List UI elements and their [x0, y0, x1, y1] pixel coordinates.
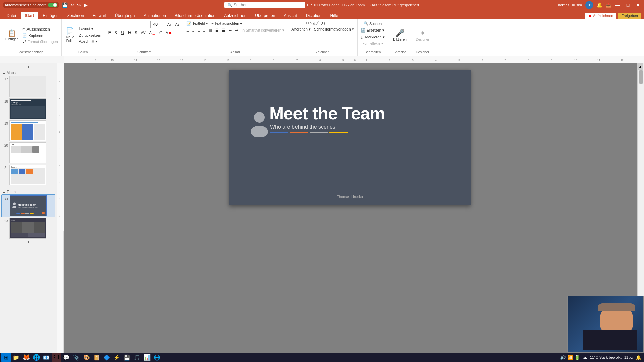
taskbar-paint[interactable]: 🎨 — [82, 353, 91, 362]
suchen-button[interactable]: 🔍 Suchen — [362, 21, 383, 26]
indent-dec-button[interactable]: ⇤ — [227, 27, 233, 33]
paste-button[interactable]: 📋 Einfügen — [3, 28, 20, 42]
shape-line[interactable]: ╱ — [316, 21, 319, 26]
user-avatar[interactable]: TH — [585, 1, 593, 9]
tab-dictation[interactable]: Dictation — [302, 12, 326, 19]
taskbar-files[interactable]: 📁 — [11, 353, 21, 362]
quick-styles-button[interactable]: Schnellformatvorlagen ▾ — [313, 26, 355, 32]
shape-more[interactable]: ⬡ — [319, 21, 323, 26]
shape-bracket[interactable]: {} — [324, 21, 327, 26]
smartart-button[interactable]: In SmartArt konvertieren ▾ — [240, 27, 286, 33]
bullets-button[interactable]: ☰ — [214, 27, 220, 33]
autosave-switch[interactable] — [48, 3, 57, 7]
indent-inc-button[interactable]: ⇥ — [234, 27, 239, 33]
tab-aufzeichnen[interactable]: Aufzeichnen — [220, 12, 250, 19]
textfield-button[interactable]: 📝 Textfeld ▾ — [185, 21, 209, 26]
start-button[interactable]: ⊞ — [1, 353, 11, 362]
tab-zeichnen[interactable]: Zeichnen — [63, 12, 88, 19]
layout-button[interactable]: Layout ▾ — [78, 26, 103, 32]
slide-thumb-22[interactable]: 22 Meet the Team Who are behind the scen… — [1, 194, 55, 217]
slide-subtitle[interactable]: Who are behind the scenes — [270, 124, 335, 130]
increase-font-button[interactable]: A↑ — [166, 22, 173, 27]
taskbar-onenote[interactable]: 📔 — [92, 353, 101, 362]
slide-title[interactable]: Meet the Team — [269, 103, 385, 123]
minimize-button[interactable]: — — [614, 2, 621, 8]
share-icon[interactable]: 📤 — [606, 3, 611, 8]
slide-thumb-18[interactable]: 18 Our Maps The works in sync — [1, 98, 55, 120]
columns-button[interactable]: ▤ — [207, 27, 213, 33]
align-text-button[interactable]: ≡ Text ausrichten ▾ — [210, 21, 244, 26]
font-size-input[interactable] — [152, 21, 165, 28]
tab-animationen[interactable]: Animationen — [140, 12, 170, 19]
ersetzen-button[interactable]: 🔄 Ersetzen ▾ — [360, 27, 385, 33]
new-slide-button[interactable]: 📄 NeueFolie — [64, 26, 77, 44]
text-color-button[interactable]: A__ — [164, 30, 173, 35]
slide-thumb-19[interactable]: 19 — [1, 120, 55, 142]
close-button[interactable]: ✕ — [635, 2, 641, 8]
slide-thumb-21[interactable]: 21 Content — [1, 164, 55, 186]
slide-thumb-23[interactable]: 23 Team — [1, 217, 55, 239]
notification-center[interactable]: 🔔 — [636, 355, 641, 360]
slide-thumb-20[interactable]: 20 Title — [1, 142, 55, 164]
freigeben-button[interactable]: Freigeben — [618, 13, 641, 19]
save-icon[interactable]: 💾 — [62, 2, 68, 8]
taskbar-app2[interactable]: ⚡ — [112, 353, 121, 362]
underline-button[interactable]: U — [120, 29, 125, 36]
taskbar-outlook[interactable]: 📧 — [42, 353, 51, 362]
reset-button[interactable]: Zurücksetzen — [78, 33, 103, 38]
justify-button[interactable]: ≡ — [202, 28, 207, 33]
taskbar-acrobat[interactable]: 📎 — [72, 353, 81, 362]
bell-icon[interactable]: 🔔 — [597, 2, 602, 8]
slide-canvas[interactable]: Meet the Team Who are behind the scenes … — [229, 70, 471, 205]
font-selector[interactable] — [107, 21, 151, 28]
tab-entwurf[interactable]: Entwurf — [89, 12, 110, 19]
aufzeichnen-button[interactable]: ⏺ Aufzeichnen — [585, 13, 617, 19]
tab-einfuegen[interactable]: Einfügen — [39, 12, 62, 19]
markieren-button[interactable]: ⬚ Markieren ▾ — [360, 34, 386, 40]
taskbar-app3[interactable]: 💾 — [122, 353, 131, 362]
tab-hilfe[interactable]: Hilfe — [326, 12, 342, 19]
taskbar-app1[interactable]: 🔷 — [102, 353, 111, 362]
scroll-down[interactable]: ▼ — [1, 239, 55, 244]
section-team[interactable]: Team — [1, 188, 55, 194]
format-painter-button[interactable]: 🖌 Format übertragen — [21, 39, 59, 44]
numbering-button[interactable]: ☰ — [221, 27, 227, 33]
arrange-button[interactable]: Anordnen ▾ — [290, 26, 312, 32]
tab-uebergaenge[interactable]: Übergänge — [111, 12, 139, 19]
section-button[interactable]: Abschnitt ▾ — [78, 39, 103, 44]
tab-ueberpruefen[interactable]: Überprüfen — [251, 12, 279, 19]
align-right-button[interactable]: ≡ — [196, 28, 201, 33]
font-color-button[interactable]: A_ — [148, 30, 156, 35]
copy-button[interactable]: 📄 Kopieren — [21, 33, 59, 38]
bold-button[interactable]: F — [107, 29, 112, 36]
tab-bildschirm[interactable]: Bildschirmpräsentation — [171, 12, 219, 19]
diktieren-button[interactable]: 🎤 Diktieren — [391, 28, 408, 43]
search-container[interactable]: 🔍 Suchen — [224, 2, 305, 8]
section-maps[interactable]: Maps — [1, 69, 55, 75]
align-center-button[interactable]: ≡ — [191, 28, 196, 33]
shape-rect[interactable]: □ — [306, 21, 309, 26]
italic-button[interactable]: K — [113, 29, 119, 36]
spacing-button[interactable]: AV — [140, 30, 147, 35]
decrease-font-button[interactable]: A↓ — [174, 22, 181, 27]
cut-button[interactable]: ✂ Ausschneiden — [21, 26, 59, 32]
align-left-button[interactable]: ≡ — [185, 28, 190, 33]
shape-oval[interactable]: ○ — [309, 21, 312, 26]
tab-datei[interactable]: Datei — [3, 12, 20, 19]
scroll-right-up[interactable]: ▲ — [638, 63, 643, 70]
tab-start[interactable]: Start — [21, 12, 38, 19]
undo-icon[interactable]: ↩ — [70, 2, 74, 8]
strikethrough-button[interactable]: S — [127, 29, 132, 36]
taskbar-powerpoint[interactable]: 🎞 — [52, 353, 61, 362]
shadow-button[interactable]: S — [133, 30, 138, 35]
present-icon[interactable]: ▶ — [84, 2, 88, 8]
taskbar-edge[interactable]: 🌐 — [152, 353, 162, 362]
right-scrollbar-thumb[interactable] — [639, 70, 643, 84]
highlight-button[interactable]: 🖊 — [157, 30, 163, 35]
formeffekte-button[interactable]: Formeffekte ▾ — [361, 41, 384, 46]
shape-arrow[interactable]: △ — [312, 21, 316, 26]
redo-icon[interactable]: ↪ — [77, 2, 81, 8]
slide-area[interactable]: 9 8 7 6 0 1 2 3 4 Meet the Team — [62, 63, 637, 353]
taskbar-teams[interactable]: 💬 — [62, 353, 71, 362]
taskbar-excel[interactable]: 📊 — [142, 353, 152, 362]
